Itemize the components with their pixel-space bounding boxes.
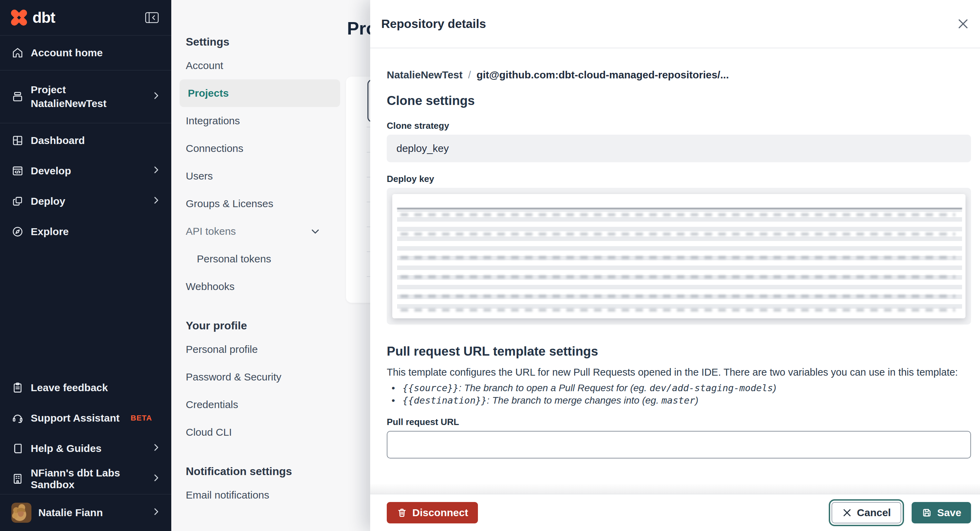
pr-template-variable-source: {{source}}: The branch to open a Pull Re… xyxy=(391,382,971,394)
cancel-button[interactable]: Cancel xyxy=(832,502,901,523)
sidebar-item-label: Develop xyxy=(31,165,71,177)
sidebar-item-account-sandbox[interactable]: NFiann's dbt Labs Sandbox xyxy=(0,464,171,494)
sidebar-item-label: Leave feedback xyxy=(31,382,108,394)
settings-nav-item-personal-tokens[interactable]: Personal tokens xyxy=(186,245,355,273)
save-button-label: Save xyxy=(937,507,961,518)
sidebar-spacer xyxy=(0,247,171,372)
repository-details-drawer: Repository details NatalieNewTest / git@… xyxy=(370,0,980,531)
redacted-key-line xyxy=(397,208,962,209)
sidebar-item-label: Explore xyxy=(31,226,69,237)
chevron-right-icon xyxy=(151,443,161,455)
redacted-key-blur-line xyxy=(401,256,955,259)
brand-name: dbt xyxy=(32,9,55,26)
deploy-key-redacted-content xyxy=(392,194,966,318)
chevron-right-icon xyxy=(151,91,161,103)
settings-nav-item-password-security[interactable]: Password & Security xyxy=(186,363,355,391)
clone-strategy-field[interactable]: deploy_key xyxy=(387,135,971,162)
sidebar-divider xyxy=(0,123,171,123)
breadcrumb-project[interactable]: NatalieNewTest xyxy=(387,69,463,81)
chevron-down-icon xyxy=(310,226,320,237)
trash-icon xyxy=(396,507,407,518)
sidebar-item-label: Support Assistant xyxy=(31,412,119,424)
sidebar-item-account-home[interactable]: Account home xyxy=(0,35,171,70)
sidebar-item-label: Deploy xyxy=(31,196,65,207)
dashboard-icon xyxy=(11,134,24,147)
book-icon xyxy=(11,442,24,455)
chevron-right-icon xyxy=(151,473,161,485)
user-avatar xyxy=(11,503,32,523)
sidebar-item-deploy[interactable]: Deploy xyxy=(0,186,171,216)
sidebar-item-explore[interactable]: Explore xyxy=(0,216,171,247)
settings-nav-group-api-tokens[interactable]: API tokens xyxy=(186,218,355,245)
settings-nav-heading-profile: Your profile xyxy=(186,316,355,335)
deploy-key-label: Deploy key xyxy=(387,174,971,184)
clone-settings-heading: Clone settings xyxy=(387,93,971,108)
redacted-key-blur-line xyxy=(401,308,955,312)
pr-template-heading: Pull request URL template settings xyxy=(387,344,971,359)
sidebar-item-support-assistant[interactable]: Support Assistant BETA xyxy=(0,403,171,433)
settings-nav-item-users[interactable]: Users xyxy=(186,162,355,190)
deploy-key-field[interactable] xyxy=(387,188,971,324)
chevron-right-icon xyxy=(151,507,161,519)
settings-nav-item-credentials[interactable]: Credentials xyxy=(186,391,355,418)
drawer-body: NatalieNewTest / git@github.com:dbt-clou… xyxy=(370,49,980,494)
close-icon xyxy=(842,507,852,518)
pr-template-variables-list: {{source}}: The branch to open a Pull Re… xyxy=(391,382,971,407)
cancel-button-label: Cancel xyxy=(857,507,891,518)
sidebar-item-leave-feedback[interactable]: Leave feedback xyxy=(0,372,171,403)
sidebar-item-label: Dashboard xyxy=(31,135,85,146)
settings-nav-item-connections[interactable]: Connections xyxy=(186,135,355,162)
close-drawer-button[interactable] xyxy=(955,16,971,32)
settings-nav-item-account[interactable]: Account xyxy=(186,52,355,79)
settings-nav-heading: Settings xyxy=(186,32,355,52)
settings-nav-item-personal-profile[interactable]: Personal profile xyxy=(186,335,355,363)
settings-nav-item-integrations[interactable]: Integrations xyxy=(186,107,355,135)
project-icon xyxy=(11,91,24,103)
repository-breadcrumb: NatalieNewTest / git@github.com:dbt-clou… xyxy=(387,69,971,81)
disconnect-button-label: Disconnect xyxy=(412,507,468,518)
sidebar-collapse-button[interactable] xyxy=(145,12,159,24)
save-floppy-icon xyxy=(921,507,932,518)
redacted-key-blur-line xyxy=(401,295,955,297)
pull-request-url-input[interactable] xyxy=(387,431,971,458)
pull-request-url-label: Pull request URL xyxy=(387,417,971,427)
sidebar-item-develop[interactable]: Develop xyxy=(0,156,171,186)
drawer-title: Repository details xyxy=(381,17,486,31)
breadcrumb-repository: git@github.com:dbt-cloud-managed-reposit… xyxy=(477,69,729,81)
sidebar-item-project[interactable]: Project NatalieNewTest xyxy=(0,70,171,123)
home-icon xyxy=(11,47,24,59)
drawer-header: Repository details xyxy=(370,0,980,48)
redacted-key-blur-line xyxy=(401,275,955,278)
sidebar-item-help-guides[interactable]: Help & Guides xyxy=(0,433,171,464)
building-icon xyxy=(11,473,24,485)
sidebar-item-label: Account home xyxy=(31,47,103,59)
redacted-key-blur-line xyxy=(401,213,955,216)
disconnect-button[interactable]: Disconnect xyxy=(387,502,478,523)
collapse-sidebar-icon xyxy=(145,12,159,24)
deploy-icon xyxy=(11,195,24,208)
sidebar-item-dashboard[interactable]: Dashboard xyxy=(0,125,171,156)
beta-badge: BETA xyxy=(130,413,152,423)
user-name: Natalie Fiann xyxy=(38,507,103,518)
dbt-logo-icon[interactable] xyxy=(10,9,28,26)
sidebar-item-label: Project NatalieNewTest xyxy=(31,83,107,110)
breadcrumb-separator: / xyxy=(468,69,471,81)
sidebar-logo-row: dbt xyxy=(0,0,171,35)
close-icon xyxy=(957,18,969,30)
develop-icon xyxy=(11,165,24,177)
feedback-icon xyxy=(11,382,24,394)
chevron-right-icon xyxy=(151,165,161,177)
settings-nav-item-webhooks[interactable]: Webhooks xyxy=(186,273,355,300)
headset-icon xyxy=(11,412,24,424)
sidebar-user-menu[interactable]: Natalie Fiann xyxy=(0,494,171,531)
save-button[interactable]: Save xyxy=(912,502,971,523)
clone-strategy-value: deploy_key xyxy=(396,143,449,154)
chevron-right-icon xyxy=(151,196,161,208)
settings-nav-item-email-notifications[interactable]: Email notifications xyxy=(186,481,355,509)
sidebar-item-label: Help & Guides xyxy=(31,443,102,454)
settings-nav-item-groups-licenses[interactable]: Groups & Licenses xyxy=(186,190,355,218)
settings-nav-item-cloud-cli[interactable]: Cloud CLI xyxy=(186,418,355,446)
settings-nav-item-projects[interactable]: Projects xyxy=(180,79,340,107)
explore-icon xyxy=(11,226,24,238)
sidebar-item-label: NFiann's dbt Labs Sandbox xyxy=(31,467,144,491)
